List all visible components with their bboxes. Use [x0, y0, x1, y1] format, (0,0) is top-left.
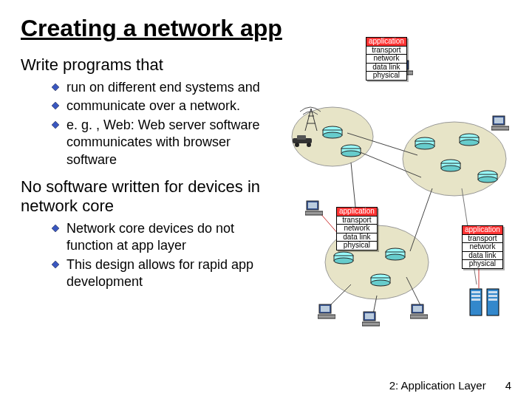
- svg-point-21: [323, 132, 342, 138]
- router-icon: [369, 273, 392, 287]
- diamond-bullet-icon: [52, 83, 59, 91]
- section-heading-2: No software written for devices in netwo…: [21, 177, 272, 216]
- svg-rect-69: [471, 295, 480, 297]
- diamond-bullet-icon: [52, 261, 59, 268]
- list-item: This design allows for rapid app develop…: [52, 256, 273, 291]
- diamond-bullet-icon: [52, 121, 59, 129]
- stack-layer: physical: [366, 72, 406, 80]
- list-item: e. g. , Web: Web server software communi…: [52, 117, 273, 168]
- diamond-bullet-icon: [52, 225, 59, 232]
- protocol-stack-box: application transport network data link …: [336, 207, 378, 250]
- svg-line-75: [305, 109, 311, 131]
- list-item: communicate over a network.: [52, 98, 273, 115]
- svg-marker-4: [52, 261, 59, 268]
- svg-point-45: [386, 254, 405, 260]
- server-icon: [469, 288, 482, 316]
- footer-chapter: 2: Application Layer: [389, 379, 486, 392]
- stack-layer: network: [366, 55, 406, 64]
- svg-point-24: [341, 151, 361, 157]
- svg-marker-2: [52, 121, 59, 129]
- svg-point-36: [478, 177, 497, 183]
- car-icon: [290, 135, 315, 147]
- svg-rect-66: [410, 315, 428, 318]
- svg-rect-57: [305, 211, 323, 215]
- stack-layer: application: [366, 38, 406, 47]
- svg-point-80: [295, 143, 299, 147]
- footer-page-number: 4: [505, 379, 511, 392]
- pc-icon: [410, 303, 428, 319]
- svg-point-42: [334, 258, 353, 264]
- svg-point-30: [460, 140, 479, 146]
- svg-marker-3: [52, 225, 59, 232]
- svg-line-76: [311, 109, 317, 131]
- pc-icon: [362, 310, 380, 327]
- svg-rect-59: [321, 306, 330, 312]
- bullet-list-1: run on different end systems and communi…: [52, 79, 273, 168]
- svg-rect-65: [413, 306, 422, 312]
- svg-line-11: [410, 188, 432, 251]
- router-icon: [414, 137, 436, 150]
- svg-marker-0: [52, 83, 59, 91]
- pc-icon: [305, 200, 323, 216]
- router-icon: [332, 251, 355, 265]
- network-diagram: application transport network data link …: [288, 41, 517, 344]
- list-item-text: e. g. , Web: Web server software communi…: [66, 117, 273, 168]
- svg-point-48: [371, 280, 390, 286]
- svg-rect-72: [488, 291, 497, 293]
- slide-title: Creating a network app: [21, 15, 511, 42]
- stack-layer: network: [463, 243, 502, 252]
- svg-rect-74: [488, 299, 497, 301]
- diamond-bullet-icon: [52, 102, 59, 109]
- svg-point-27: [415, 143, 434, 149]
- svg-point-33: [441, 166, 460, 171]
- svg-rect-56: [308, 202, 317, 208]
- server-icon: [486, 288, 499, 316]
- svg-rect-54: [491, 126, 509, 130]
- router-icon: [477, 170, 499, 183]
- svg-rect-63: [362, 322, 380, 326]
- protocol-stack-box: application transport network data link …: [462, 225, 503, 269]
- stack-layer: network: [337, 225, 377, 233]
- router-icon: [458, 133, 480, 146]
- list-item-text: Network core devices do not function at …: [66, 220, 273, 255]
- svg-rect-60: [318, 315, 335, 318]
- cell-tower-icon: [303, 107, 319, 132]
- stack-layer: physical: [463, 260, 502, 268]
- protocol-stack-box: application transport network data link …: [366, 37, 407, 81]
- svg-rect-73: [488, 295, 497, 297]
- svg-rect-53: [494, 117, 503, 123]
- svg-marker-1: [52, 102, 59, 109]
- svg-point-81: [307, 143, 311, 147]
- stack-layer: application: [463, 226, 502, 235]
- list-item-text: run on different end systems and: [66, 79, 273, 96]
- router-icon: [384, 248, 406, 261]
- svg-rect-82: [297, 135, 306, 140]
- pc-icon: [491, 115, 509, 131]
- list-item: Network core devices do not function at …: [52, 220, 273, 255]
- router-icon: [321, 126, 344, 139]
- router-icon: [440, 159, 462, 172]
- svg-rect-68: [471, 291, 480, 293]
- router-icon: [340, 144, 362, 157]
- stack-layer: physical: [337, 242, 377, 250]
- slide-footer: 2: Application Layer 4: [389, 379, 511, 392]
- list-item-text: This design allows for rapid app develop…: [66, 256, 273, 291]
- svg-rect-62: [365, 313, 374, 319]
- list-item-text: communicate over a network.: [66, 98, 273, 115]
- bullet-list-2: Network core devices do not function at …: [52, 220, 273, 291]
- stack-layer: application: [337, 208, 377, 216]
- list-item: run on different end systems and: [52, 79, 273, 96]
- pc-icon: [318, 303, 335, 319]
- svg-rect-70: [471, 299, 480, 301]
